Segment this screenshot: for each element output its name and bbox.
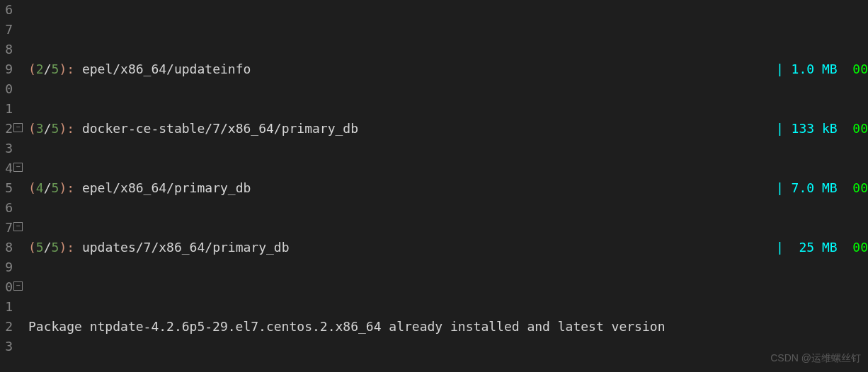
line-number: 0 [5, 279, 13, 294]
terminal-content[interactable]: (2/5): epel/x86_64/updateinfo| 1.0 MB 00… [16, 0, 868, 372]
output-line: (4/5): epel/x86_64/primary_db| 7.0 MB 00 [28, 178, 868, 198]
line-number: 5 [5, 180, 13, 195]
line-number: 3 [5, 141, 13, 156]
watermark: CSDN @运维螺丝钉 [770, 348, 861, 368]
output-line: Package ntpdate-4.2.6p5-29.el7.centos.2.… [28, 317, 868, 337]
line-number: 9 [5, 62, 13, 76]
line-number: 1 [5, 101, 13, 116]
line-number: 8 [5, 42, 13, 57]
line-number: 2 [5, 121, 13, 136]
output-line: (5/5): updates/7/x86_64/primary_db| 25 M… [28, 238, 868, 257]
line-number: 8 [5, 240, 13, 255]
line-number: 2 [5, 319, 13, 334]
line-number: 7 [5, 22, 13, 37]
output-line: (2/5): epel/x86_64/updateinfo| 1.0 MB 00 [28, 59, 868, 79]
line-number: 6 [5, 200, 13, 215]
line-number: 7 [5, 220, 13, 235]
line-number: 1 [5, 299, 13, 314]
line-number: 3 [5, 339, 13, 354]
line-number: 0 [5, 81, 13, 96]
line-number-gutter: 6 7 8 9 0 1 2− 3 4− 5 6 7− 8 9 0− 1 2 3 [0, 0, 16, 372]
terminal-editor[interactable]: 6 7 8 9 0 1 2− 3 4− 5 6 7− 8 9 0− 1 2 3 … [0, 0, 868, 372]
line-number: 6 [5, 2, 13, 17]
line-number: 4 [5, 161, 13, 175]
line-number: 9 [5, 260, 13, 274]
output-line: (3/5): docker-ce-stable/7/x86_64/primary… [28, 119, 868, 139]
